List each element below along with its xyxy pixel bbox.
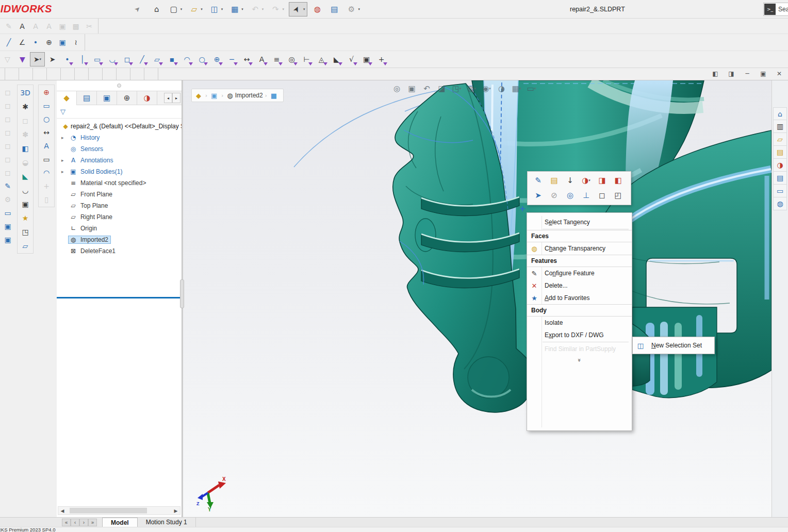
graphics-viewport[interactable]: ›◆›▣›◍Imported2›■ ◎▾▣▾↶▾◪▾◳▾◍▾◉▾◑▾▦▾▭▾ ✎…: [183, 80, 771, 517]
new-document-icon[interactable]: ▢▾: [167, 2, 185, 16]
dropdown-caret-icon[interactable]: ▾: [262, 7, 264, 11]
attachment-icon[interactable]: ≀: [69, 36, 83, 49]
tab-mesh-modeling[interactable]: [61, 68, 75, 80]
shell-icon[interactable]: ◡: [18, 183, 32, 197]
appearances-scenes-icon[interactable]: ◑: [773, 159, 787, 172]
filter-sketch-segments-icon[interactable]: ◠▾: [179, 52, 194, 66]
select-tool-icon[interactable]: ➤▾: [30, 52, 45, 66]
menu-item-isolate[interactable]: Isolate ▸: [527, 317, 632, 329]
smart-dimension-icon[interactable]: ⊕: [39, 86, 54, 99]
menu-expand-chevron[interactable]: » ▸: [527, 355, 632, 364]
file-properties-icon[interactable]: ▤▾: [327, 2, 341, 16]
forum-icon[interactable]: ▭: [773, 185, 787, 197]
menu-view[interactable]: [83, 7, 94, 11]
restore-window-icon[interactable]: ▣: [760, 70, 767, 78]
tab-data-migration[interactable]: [75, 68, 89, 80]
convert-entities-icon[interactable]: ✎: [1, 179, 15, 193]
tab-sheet-metal[interactable]: [33, 68, 47, 80]
tab-model[interactable]: Model: [102, 518, 138, 527]
dropdown-caret-icon[interactable]: ▾: [534, 87, 536, 91]
solidworks-resources-icon[interactable]: ⌂: [773, 107, 787, 120]
dock-right-icon[interactable]: ◨: [728, 70, 735, 78]
filter-sketch-points-icon[interactable]: ▪▾: [165, 52, 179, 66]
filter-axes-icon[interactable]: ╱▾: [135, 52, 150, 66]
filter-center-marks-icon[interactable]: ⊕▾: [209, 52, 224, 66]
dropdown-caret-icon[interactable]: ▾: [180, 7, 183, 11]
filter-notes-icon[interactable]: ≡▾: [269, 52, 284, 66]
expander-icon[interactable]: ▸: [61, 135, 68, 140]
filter-weld-symbols-icon[interactable]: ◣▾: [329, 52, 344, 66]
dropdown-caret-icon[interactable]: ▾: [282, 7, 284, 11]
zoom-to-fit-icon[interactable]: ◎▾: [389, 82, 404, 95]
tab-mbd-dimensions[interactable]: [117, 68, 130, 80]
menu-item-select-tangency[interactable]: Select Tangency ▸: [527, 216, 632, 228]
sketch-picture-icon[interactable]: ▣: [18, 197, 32, 211]
next-tab-button[interactable]: ›: [79, 519, 88, 526]
menu-item-new-selection-set[interactable]: ◫ New Selection Set: [633, 339, 714, 352]
scroll-left-arrow-icon[interactable]: ◀: [58, 508, 67, 513]
minimize-window-icon[interactable]: ─: [744, 70, 751, 78]
edit-appearance-icon[interactable]: ◑▾: [494, 82, 509, 95]
appearances-icon[interactable]: ◑▾: [578, 173, 594, 188]
tab-markup[interactable]: [89, 68, 103, 80]
reorder-feature-icon[interactable]: ↓▾: [562, 173, 578, 188]
dropdown-caret-icon[interactable]: ▾: [221, 7, 223, 11]
filter-vertices-icon[interactable]: •▾: [60, 52, 75, 66]
filter-annotations-icon[interactable]: A▾: [254, 52, 269, 66]
select-other-icon[interactable]: ➤▾: [530, 188, 546, 203]
menu-item-add-to-favorites[interactable]: ★ Add to Favorites ▸: [527, 292, 632, 304]
tree-item-material[interactable]: ▸ ≡Material <not specified>: [57, 177, 182, 189]
dock-left-icon[interactable]: ◧: [712, 70, 719, 78]
dropdown-caret-icon[interactable]: ▾: [201, 7, 203, 11]
hide-show-items-icon[interactable]: ◉▾: [479, 82, 494, 95]
scrollbar-thumb[interactable]: [70, 508, 147, 513]
breadcrumb-feature-icon[interactable]: ›◍Imported2: [220, 92, 264, 99]
tree-item-front-plane[interactable]: ▸ ▱Front Plane: [57, 189, 182, 200]
dimxpertmanager-tab-icon[interactable]: ⊕: [117, 91, 137, 105]
dropdown-caret-icon[interactable]: ▾: [40, 57, 42, 61]
rib-icon[interactable]: ◣: [18, 169, 32, 183]
search-box[interactable]: >_ Sear: [763, 3, 788, 16]
filter-midpoints-icon[interactable]: ○▾: [194, 52, 209, 66]
filter-balloons-icon[interactable]: ◎▾: [284, 52, 299, 66]
dropdown-caret-icon[interactable]: ▾: [489, 87, 491, 91]
chamfer-icon[interactable]: ◳: [18, 225, 32, 239]
prev-tab-button[interactable]: ‹: [71, 519, 79, 526]
normal-to-icon[interactable]: ⊥▾: [578, 188, 594, 203]
pin-menu-icon[interactable]: ➤: [133, 4, 142, 13]
scroll-right-arrow-icon[interactable]: ▶: [172, 508, 180, 513]
breadcrumb-body-icon[interactable]: ›▣: [204, 92, 220, 99]
print-icon[interactable]: ▦▾: [227, 2, 245, 16]
dropdown-caret-icon[interactable]: ▾: [241, 7, 243, 11]
filter-gtol-icon[interactable]: ⊢▾: [299, 52, 314, 66]
display-style-icon[interactable]: ◍▾: [464, 82, 479, 95]
note-icon[interactable]: A: [39, 139, 54, 153]
ordinate-dimension-icon[interactable]: ○: [39, 112, 54, 126]
view-orientation-icon[interactable]: ◳▾: [449, 82, 464, 95]
dropdown-caret-icon[interactable]: ▾: [519, 87, 521, 91]
menu-tools[interactable]: [106, 7, 117, 11]
tab-solidworks-cam[interactable]: [144, 68, 158, 80]
paste-appearance-icon[interactable]: ◧▾: [610, 173, 626, 188]
copy-settings-icon[interactable]: ▣: [1, 220, 15, 233]
filter-faces-icon[interactable]: ▭▾: [90, 52, 105, 66]
breadcrumb-part-icon[interactable]: ›◆: [195, 92, 204, 99]
save-icon[interactable]: ◫▾: [207, 2, 225, 16]
menu-insert[interactable]: [94, 7, 106, 11]
tree-item-imported2[interactable]: ▸ ◍Imported2: [57, 234, 182, 245]
select-arrow-icon[interactable]: ➤▾: [289, 2, 308, 16]
dropdown-caret-icon[interactable]: ▾: [459, 87, 462, 91]
marketplace-icon[interactable]: ◍: [773, 197, 787, 210]
baseline-dimension-icon[interactable]: ↔: [39, 126, 54, 139]
tree-item-deleteface1[interactable]: ▸ ⊠DeleteFace1: [57, 245, 182, 257]
copy-appearance-icon[interactable]: ◨▾: [594, 173, 610, 188]
tree-item-solid-bodies[interactable]: ▸ ▣Solid Bodies(1): [57, 166, 182, 177]
tab-sketch[interactable]: [5, 68, 19, 80]
blocks-icon[interactable]: ▣: [56, 36, 69, 49]
options-gear-icon[interactable]: ⚙▾: [344, 2, 362, 16]
tab-weldments[interactable]: [47, 68, 61, 80]
filter-routing-points-icon[interactable]: +▾: [374, 52, 389, 66]
wizard-icon[interactable]: ★: [18, 211, 32, 225]
filter-planes-icon[interactable]: ▱▾: [150, 52, 165, 66]
view-settings-icon[interactable]: ▭▾: [524, 82, 539, 95]
